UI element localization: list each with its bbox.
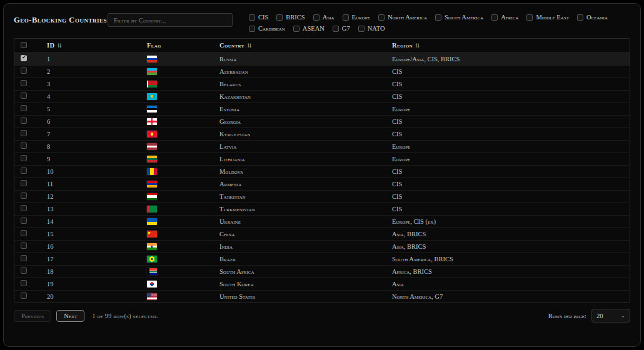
row-checkbox[interactable] bbox=[21, 242, 27, 249]
row-checkbox[interactable] bbox=[21, 180, 27, 186]
table-row[interactable]: 10MoldovaCIS bbox=[14, 165, 630, 178]
rows-per-page-select[interactable]: 20 ⌄ bbox=[591, 309, 630, 322]
table-row[interactable]: 17BrazilSouth America, BRICS bbox=[14, 252, 630, 265]
row-checkbox[interactable] bbox=[21, 192, 27, 199]
row-id: 4 bbox=[47, 90, 147, 102]
region-filter-oceania[interactable]: Oceania bbox=[577, 14, 608, 21]
table-row[interactable]: 9LithuaniaEurope bbox=[14, 152, 630, 165]
row-checkbox[interactable] bbox=[21, 230, 27, 236]
table-row[interactable]: 1RussiaEurope/Asia, CIS, BRICS bbox=[14, 52, 630, 65]
row-checkbox[interactable] bbox=[21, 142, 27, 149]
column-header-country[interactable]: Country⇅ bbox=[219, 39, 392, 52]
table-row[interactable]: 7KyrgyzstanCIS bbox=[14, 128, 630, 140]
row-checkbox[interactable] bbox=[21, 255, 27, 261]
row-id: 15 bbox=[47, 228, 147, 240]
checkbox-icon[interactable] bbox=[577, 14, 583, 21]
checkbox-icon[interactable] bbox=[249, 14, 255, 21]
row-id: 2 bbox=[47, 65, 147, 78]
row-region: Europe bbox=[392, 140, 630, 152]
table-row[interactable]: 20United StatesNorth America, G7 bbox=[14, 290, 630, 302]
region-filter-caribbean[interactable]: Caribbean bbox=[249, 25, 285, 32]
row-checkbox[interactable] bbox=[21, 68, 27, 74]
region-filter-nato[interactable]: NATO bbox=[358, 25, 385, 32]
row-region: South America, BRICS bbox=[392, 252, 630, 265]
region-filter-cis[interactable]: CIS bbox=[249, 14, 268, 21]
table-row[interactable]: 8LatviaEurope bbox=[14, 140, 630, 152]
row-id: 16 bbox=[47, 240, 147, 252]
region-filter-asean[interactable]: ASEAN bbox=[293, 25, 325, 32]
checkbox-icon[interactable] bbox=[435, 14, 441, 21]
row-checkbox[interactable] bbox=[21, 168, 27, 174]
checkbox-icon[interactable] bbox=[333, 26, 339, 32]
region-filter-south-america[interactable]: South America bbox=[435, 14, 483, 21]
row-id: 11 bbox=[47, 178, 147, 190]
row-checkbox[interactable] bbox=[21, 55, 27, 61]
region-filter-asia[interactable]: Asia bbox=[313, 14, 335, 21]
checkbox-icon[interactable] bbox=[293, 26, 299, 32]
column-header-region[interactable]: Region⇅ bbox=[392, 39, 630, 52]
checkbox-icon[interactable] bbox=[378, 14, 385, 21]
row-country: India bbox=[219, 240, 392, 252]
previous-page-button[interactable]: Previous bbox=[14, 310, 51, 322]
country-flag-icon bbox=[147, 293, 157, 300]
row-id: 1 bbox=[47, 52, 147, 65]
checkbox-icon[interactable] bbox=[526, 14, 533, 21]
table-row[interactable]: 3BelarusCIS bbox=[14, 78, 630, 90]
row-country: Azerbaijan bbox=[219, 65, 392, 78]
row-id: 19 bbox=[47, 278, 147, 290]
sort-icon[interactable]: ⇅ bbox=[415, 42, 420, 49]
row-country: South Africa bbox=[219, 265, 392, 278]
row-checkbox[interactable] bbox=[21, 280, 27, 286]
table-row[interactable]: 14UkraineEurope, CIS (ex) bbox=[14, 215, 630, 228]
country-filter-input[interactable] bbox=[108, 13, 233, 27]
table-header-row: ID⇅ Flag Country⇅ Region⇅ bbox=[14, 39, 630, 52]
next-page-button[interactable]: Next bbox=[56, 310, 84, 322]
table-row[interactable]: 19South KoreaAsia bbox=[14, 278, 630, 290]
row-checkbox[interactable] bbox=[21, 292, 27, 299]
checkbox-icon[interactable] bbox=[249, 26, 255, 32]
checkbox-icon[interactable] bbox=[358, 26, 365, 32]
table-row[interactable]: 16IndiaAsia, BRICS bbox=[14, 240, 630, 252]
country-flag-icon bbox=[147, 256, 157, 262]
region-filter-north-america[interactable]: North America bbox=[378, 14, 427, 21]
region-filter-label: Caribbean bbox=[258, 25, 285, 32]
table-row[interactable]: 15ChinaAsia, BRICS bbox=[14, 228, 630, 240]
row-country: South Korea bbox=[219, 278, 392, 290]
column-header-id[interactable]: ID⇅ bbox=[47, 39, 147, 52]
row-id: 3 bbox=[47, 78, 147, 90]
checkbox-icon[interactable] bbox=[276, 14, 283, 21]
sort-icon[interactable]: ⇅ bbox=[247, 42, 252, 49]
row-checkbox[interactable] bbox=[21, 268, 27, 274]
table-row[interactable]: 4KazakhstanCIS bbox=[14, 90, 630, 102]
region-filter-middle-east[interactable]: Middle East bbox=[526, 14, 569, 21]
table-row[interactable]: 11ArmeniaCIS bbox=[14, 178, 630, 190]
table-row[interactable]: 2AzerbaijanCIS bbox=[14, 65, 630, 78]
region-filter-g7[interactable]: G7 bbox=[333, 25, 350, 32]
country-flag-icon bbox=[147, 231, 157, 238]
sort-icon[interactable]: ⇅ bbox=[57, 42, 62, 49]
checkbox-icon[interactable] bbox=[313, 14, 319, 21]
row-region: North America, G7 bbox=[392, 290, 630, 302]
row-checkbox[interactable] bbox=[21, 130, 27, 136]
row-checkbox[interactable] bbox=[21, 218, 27, 224]
table-row[interactable]: 6GeorgiaCIS bbox=[14, 115, 630, 128]
checkbox-icon[interactable] bbox=[491, 14, 498, 21]
row-country: Moldova bbox=[219, 165, 392, 178]
row-region: Europe/Asia, CIS, BRICS bbox=[392, 52, 630, 65]
region-filter-europe[interactable]: Europe bbox=[343, 14, 370, 21]
row-checkbox[interactable] bbox=[21, 92, 27, 99]
table-row[interactable]: 5EstoniaEurope bbox=[14, 102, 630, 115]
region-filter-brics[interactable]: BRICS bbox=[276, 14, 304, 21]
select-all-checkbox[interactable] bbox=[21, 42, 27, 48]
table-row[interactable]: 13TurkmenistanCIS bbox=[14, 202, 630, 215]
row-checkbox[interactable] bbox=[21, 118, 27, 124]
rows-per-page: Rows per page: 20 ⌄ bbox=[548, 309, 630, 322]
row-checkbox[interactable] bbox=[21, 205, 27, 211]
row-checkbox[interactable] bbox=[21, 155, 27, 161]
checkbox-icon[interactable] bbox=[343, 14, 349, 21]
row-checkbox[interactable] bbox=[21, 105, 27, 111]
row-checkbox[interactable] bbox=[21, 80, 27, 86]
region-filter-africa[interactable]: Africa bbox=[491, 14, 518, 21]
table-row[interactable]: 12TajikistanCIS bbox=[14, 190, 630, 202]
table-row[interactable]: 18South AfricaAfrica, BRICS bbox=[14, 265, 630, 278]
